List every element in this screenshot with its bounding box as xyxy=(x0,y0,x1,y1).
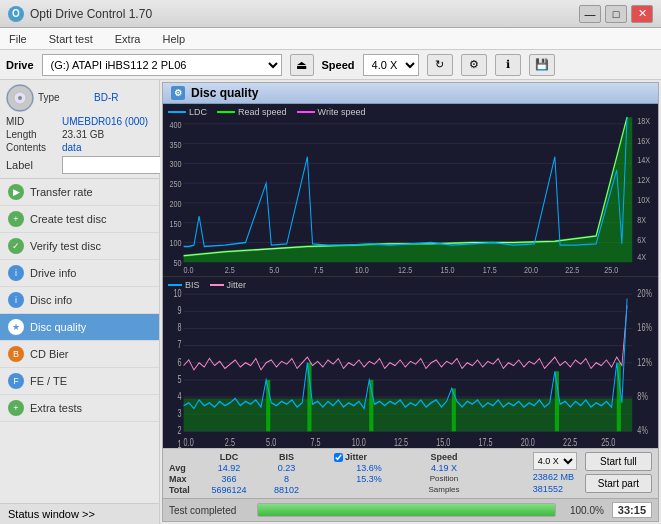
svg-text:250: 250 xyxy=(170,179,182,189)
svg-text:8X: 8X xyxy=(637,215,646,225)
title-bar: O Opti Drive Control 1.70 — □ ✕ xyxy=(0,0,661,28)
disc-quality-label: Disc quality xyxy=(30,321,86,333)
sidebar-item-transfer-rate[interactable]: ▶ Transfer rate xyxy=(0,179,159,206)
verify-test-disc-label: Verify test disc xyxy=(30,240,101,252)
mid-label: MID xyxy=(6,116,58,127)
legend-bis: BIS xyxy=(168,280,200,290)
svg-rect-82 xyxy=(617,362,621,431)
cd-bier-icon: B xyxy=(8,346,24,362)
svg-rect-78 xyxy=(307,362,311,431)
svg-text:20%: 20% xyxy=(637,287,652,298)
sidebar-item-extra-tests[interactable]: + Extra tests xyxy=(0,395,159,422)
jitter-checkbox[interactable] xyxy=(334,453,343,462)
refresh-button[interactable]: ↻ xyxy=(427,54,453,76)
stats-right: 4.0 X 23862 MB 381552 xyxy=(533,452,577,494)
svg-text:4: 4 xyxy=(178,390,182,401)
sidebar-item-disc-info[interactable]: i Disc info xyxy=(0,287,159,314)
panel-icon: ⚙ xyxy=(171,86,185,100)
sidebar-item-verify-test-disc[interactable]: ✓ Verify test disc xyxy=(0,233,159,260)
create-test-disc-icon: + xyxy=(8,211,24,227)
avg-label: Avg xyxy=(169,463,199,473)
svg-text:350: 350 xyxy=(170,140,182,150)
svg-text:18X: 18X xyxy=(637,116,650,126)
sidebar-item-cd-bier[interactable]: B CD Bier xyxy=(0,341,159,368)
svg-text:20.0: 20.0 xyxy=(521,436,535,447)
sidebar-item-create-test-disc[interactable]: + Create test disc xyxy=(0,206,159,233)
verify-test-disc-icon: ✓ xyxy=(8,238,24,254)
chart2-container: BIS Jitter xyxy=(163,277,658,449)
panel-title: Disc quality xyxy=(191,86,258,100)
minimize-button[interactable]: — xyxy=(579,5,601,23)
svg-text:150: 150 xyxy=(170,219,182,229)
status-window-label: Status window >> xyxy=(8,508,95,520)
sidebar: Type BD-R MID UMEBDR016 (000) Length 23.… xyxy=(0,80,160,524)
svg-text:1: 1 xyxy=(178,439,182,448)
create-test-disc-label: Create test disc xyxy=(30,213,106,225)
length-label: Length xyxy=(6,129,58,140)
menu-extra[interactable]: Extra xyxy=(110,32,146,46)
time-display: 33:15 xyxy=(612,502,652,518)
svg-text:10.0: 10.0 xyxy=(352,436,366,447)
menu-start-test[interactable]: Start test xyxy=(44,32,98,46)
sidebar-item-drive-info[interactable]: i Drive info xyxy=(0,260,159,287)
col-empty xyxy=(169,452,199,462)
max-bis: 8 xyxy=(259,474,314,484)
jitter-label: Jitter xyxy=(345,452,367,462)
status-text: Test completed xyxy=(169,505,249,516)
avg-speed: 4.19 X xyxy=(404,463,484,473)
progress-bar xyxy=(257,503,556,517)
drive-info-icon: i xyxy=(8,265,24,281)
speed-select[interactable]: 4.0 X xyxy=(363,54,419,76)
progress-percent: 100.0% xyxy=(564,505,604,516)
col-bis-header: BIS xyxy=(259,452,314,462)
menu-help[interactable]: Help xyxy=(157,32,190,46)
app-icon: O xyxy=(8,6,24,22)
svg-text:10.0: 10.0 xyxy=(355,265,369,275)
svg-text:6: 6 xyxy=(178,356,182,367)
status-window-button[interactable]: Status window >> xyxy=(0,503,159,524)
progress-fill xyxy=(258,504,555,516)
svg-text:22.5: 22.5 xyxy=(563,436,577,447)
svg-text:7.5: 7.5 xyxy=(310,436,320,447)
svg-text:15.0: 15.0 xyxy=(436,436,450,447)
svg-text:12X: 12X xyxy=(637,175,650,185)
legend-read-label: Read speed xyxy=(238,107,287,117)
settings-button[interactable]: ⚙ xyxy=(461,54,487,76)
disc-info-icon: i xyxy=(8,292,24,308)
svg-text:400: 400 xyxy=(170,120,182,130)
svg-text:0.0: 0.0 xyxy=(184,265,194,275)
transfer-rate-label: Transfer rate xyxy=(30,186,93,198)
avg-jitter: 13.6% xyxy=(334,463,404,473)
total-bis: 88102 xyxy=(259,485,314,495)
max-ldc: 366 xyxy=(199,474,259,484)
svg-text:300: 300 xyxy=(170,160,182,170)
svg-text:50: 50 xyxy=(174,258,182,268)
svg-text:12.5: 12.5 xyxy=(398,265,412,275)
disc-icon xyxy=(6,84,34,112)
svg-text:0.0: 0.0 xyxy=(184,436,194,447)
type-label: Type xyxy=(38,92,90,103)
close-button[interactable]: ✕ xyxy=(631,5,653,23)
info-button[interactable]: ℹ xyxy=(495,54,521,76)
legend-jitter: Jitter xyxy=(210,280,247,290)
drive-select[interactable]: (G:) ATAPI iHBS112 2 PL06 xyxy=(42,54,282,76)
start-full-button[interactable]: Start full xyxy=(585,452,652,471)
menu-file[interactable]: File xyxy=(4,32,32,46)
svg-text:4X: 4X xyxy=(637,252,646,262)
save-button[interactable]: 💾 xyxy=(529,54,555,76)
legend-jitter-label: Jitter xyxy=(227,280,247,290)
maximize-button[interactable]: □ xyxy=(605,5,627,23)
sidebar-item-fe-te[interactable]: F FE / TE xyxy=(0,368,159,395)
speed-target-select[interactable]: 4.0 X xyxy=(533,452,577,470)
drive-bar: Drive (G:) ATAPI iHBS112 2 PL06 ⏏ Speed … xyxy=(0,50,661,80)
stats-grid: LDC BIS Jitter Speed Avg 14 xyxy=(169,452,525,495)
eject-button[interactable]: ⏏ xyxy=(290,54,314,76)
app-title: Opti Drive Control 1.70 xyxy=(30,7,152,21)
start-part-button[interactable]: Start part xyxy=(585,474,652,493)
avg-ldc: 14.92 xyxy=(199,463,259,473)
fe-te-label: FE / TE xyxy=(30,375,67,387)
legend-write-label: Write speed xyxy=(318,107,366,117)
contents-label: Contents xyxy=(6,142,58,153)
sidebar-item-disc-quality[interactable]: ★ Disc quality xyxy=(0,314,159,341)
position-value: 23862 MB xyxy=(533,472,577,482)
